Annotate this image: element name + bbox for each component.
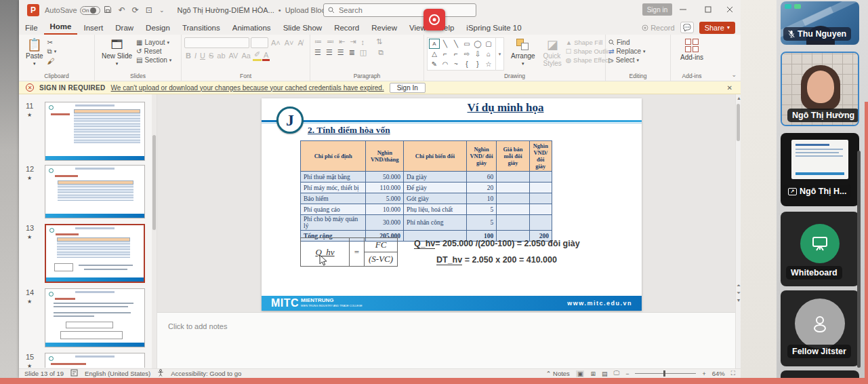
close-button[interactable]	[718, 0, 741, 19]
whiteboard-tile[interactable]: Whiteboard	[781, 212, 859, 286]
tab-slide-show[interactable]: Slide Show	[277, 22, 329, 35]
text-shadow-button[interactable]: ab	[215, 52, 226, 60]
accessibility-status[interactable]: Accessibility: Good to go	[171, 370, 241, 377]
rectangle-shape-icon[interactable]: ▭	[461, 39, 472, 49]
customize-qat-chevron-icon[interactable]: ⌄	[159, 7, 165, 14]
banner-sign-in-button[interactable]: Sign In	[390, 83, 426, 93]
slide-thumbnail-14[interactable]	[45, 288, 145, 347]
shapes-gallery-more-button[interactable]: ▾	[496, 37, 504, 71]
language-status[interactable]: English (United States)	[85, 370, 150, 377]
char-spacing-button[interactable]: AV	[228, 52, 240, 60]
reading-view-icon[interactable]: ▤	[602, 370, 608, 377]
tab-transitions[interactable]: Transitions	[176, 22, 226, 35]
textbox-shape-icon[interactable]: A	[429, 39, 440, 49]
arc-shape-icon[interactable]: ◠	[440, 59, 451, 69]
tab-home[interactable]: Home	[44, 20, 78, 35]
underline-button[interactable]: U	[199, 52, 207, 60]
slide-thumbnail-15[interactable]	[45, 353, 145, 368]
zoom-level[interactable]: 64%	[712, 370, 725, 377]
paste-button[interactable]: 📋 Paste▾	[22, 37, 47, 68]
font-color-button[interactable]: A	[262, 51, 270, 61]
italic-button[interactable]: I	[193, 52, 198, 60]
arrow-shape-icon[interactable]: ╲	[451, 39, 461, 49]
bold-button[interactable]: B	[184, 52, 192, 60]
next-slide-icon[interactable]: ⏷	[737, 290, 741, 296]
strikethrough-button[interactable]: S	[207, 52, 215, 60]
section-button[interactable]: ▤Section▾	[136, 56, 171, 64]
minimize-button[interactable]	[671, 0, 695, 19]
breakeven-formula-box[interactable]: Q_hv = FC (S-VC)	[300, 237, 398, 267]
notes-placeholder[interactable]: Click to add notes	[168, 322, 227, 330]
participant-tile-partial[interactable]	[781, 370, 859, 378]
present-icon[interactable]: ⊡	[146, 5, 152, 15]
spellcheck-icon[interactable]	[70, 369, 78, 378]
search-input[interactable]	[323, 3, 476, 17]
replace-button[interactable]: ⇄Replace▾	[608, 47, 667, 55]
select-button[interactable]: ▷Select▾	[608, 56, 667, 64]
tab-ispring[interactable]: iSpring Suite 10	[460, 22, 527, 35]
clear-format-icon[interactable]: A̸	[297, 39, 304, 47]
decrease-indent-icon[interactable]: ⇤	[337, 37, 346, 46]
quick-styles-button[interactable]: ◪ Quick Styles	[539, 37, 566, 69]
slide-13[interactable]: J Ví dụ minh họa 2. Tính điểm hòa vốn Ch…	[262, 98, 642, 311]
notes-toggle-button[interactable]: ⌃ Notes	[545, 370, 569, 377]
slide-sorter-view-icon[interactable]: ⊞	[590, 370, 596, 377]
triangle-shape-icon[interactable]: △	[429, 49, 440, 59]
share-button[interactable]: Share▾	[699, 22, 735, 34]
zoom-slider-thumb[interactable]	[663, 370, 665, 377]
cut-button[interactable]: ✂	[47, 39, 57, 46]
tab-design[interactable]: Design	[140, 22, 176, 35]
participant-tile-ngo-thi-huong[interactable]: Ngô Thị Hường	[781, 52, 859, 126]
align-left-icon[interactable]: ☰	[313, 48, 323, 57]
collapse-ribbon-icon[interactable]: ⌄	[731, 71, 737, 78]
line-shape-icon[interactable]: ╲	[440, 39, 451, 49]
highlight-color-button[interactable]: ✐	[253, 50, 262, 61]
font-size-dropdown[interactable]	[251, 37, 268, 48]
participant-tile-ngo-thi-h-screenshare[interactable]: ↗ Ngô Thị H...	[781, 133, 859, 206]
tab-review[interactable]: Review	[365, 22, 403, 35]
elbow-arrow-shape-icon[interactable]: ⌐	[451, 49, 461, 59]
curve-shape-icon[interactable]: ~	[451, 59, 461, 69]
zoom-slider[interactable]	[635, 373, 696, 374]
tab-animations[interactable]: Animations	[226, 22, 277, 35]
right-arrow-shape-icon[interactable]: ⇨	[461, 49, 472, 59]
sign-in-button[interactable]: Sign in	[642, 3, 672, 16]
scribble-shape-icon[interactable]: ✎	[429, 59, 440, 69]
slide-title[interactable]: Ví dụ minh họa	[404, 101, 607, 115]
record-button[interactable]: Record	[642, 24, 674, 32]
change-case-button[interactable]: Aa	[240, 52, 251, 60]
banner-message-link[interactable]: We can't upload or download your changes…	[111, 84, 384, 92]
slide-subtitle[interactable]: 2. Tính điểm hòa vốn	[308, 125, 390, 136]
restore-button[interactable]	[697, 0, 720, 19]
undo-icon[interactable]: ↶	[119, 5, 125, 15]
columns-icon[interactable]: ◫	[358, 48, 368, 57]
addins-button[interactable]: Add-ins	[676, 37, 707, 62]
star-shape-icon[interactable]: ☆	[483, 59, 494, 69]
numbering-icon[interactable]: ≕	[325, 37, 335, 46]
breakeven-table[interactable]: Chi phí cố định Nghìn VND/tháng Chi phí …	[300, 140, 552, 242]
layout-button[interactable]: ▦Layout▾	[136, 39, 171, 46]
tab-record[interactable]: Record	[328, 22, 365, 35]
align-right-icon[interactable]: ☰	[336, 48, 346, 57]
format-painter-button[interactable]: 🖌	[47, 57, 57, 65]
right-brace-shape-icon[interactable]: }	[472, 59, 483, 69]
thumbnail-scrollbar[interactable]	[152, 94, 157, 368]
decrease-font-icon[interactable]: A˅	[283, 39, 295, 47]
reset-button[interactable]: ↺Reset	[136, 47, 171, 55]
zoom-in-icon[interactable]: +	[702, 370, 705, 377]
tab-insert[interactable]: Insert	[77, 22, 109, 35]
comments-icon[interactable]: 💬	[680, 22, 694, 33]
slide-thumbnail-11[interactable]	[45, 102, 145, 161]
filmstrip-scrollbar[interactable]	[857, 151, 861, 368]
previous-slide-icon[interactable]: ⏶	[737, 283, 741, 288]
slide-thumbnail-12[interactable]	[45, 165, 145, 218]
scrollbar-thumb[interactable]	[737, 104, 740, 141]
find-button[interactable]: Find	[608, 39, 667, 46]
rounded-rect-shape-icon[interactable]: ▢	[483, 39, 494, 49]
justify-icon[interactable]: ≣	[348, 48, 356, 57]
floating-record-button[interactable]	[423, 9, 445, 31]
slideshow-view-icon[interactable]: 🖵	[613, 370, 619, 377]
line-spacing-icon[interactable]: ↕	[359, 38, 366, 46]
autosave-toggle[interactable]: AutoSave On	[45, 6, 100, 15]
bullets-icon[interactable]: ≔	[313, 37, 323, 46]
